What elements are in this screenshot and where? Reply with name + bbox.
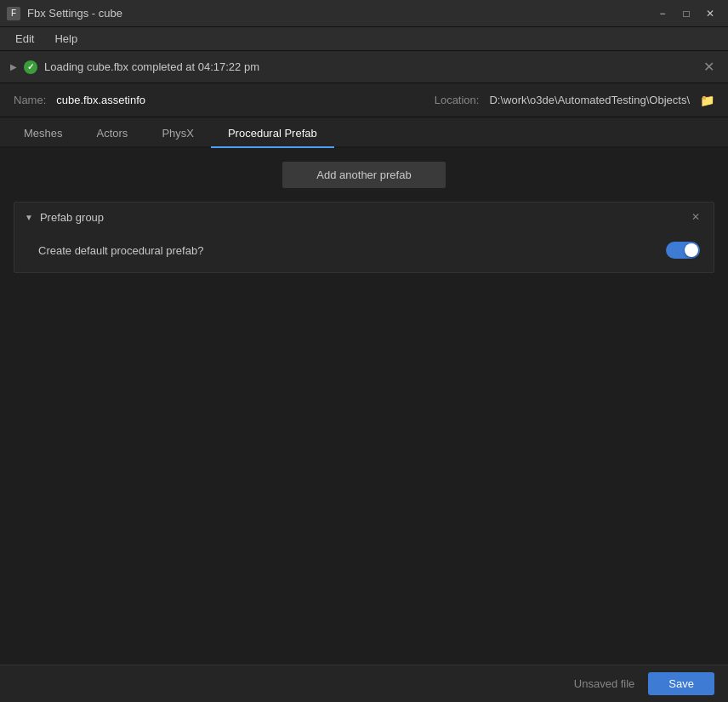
success-icon: ✓	[24, 60, 37, 74]
prefab-group-close-button[interactable]: ✕	[688, 209, 703, 225]
prefab-group: ▼ Prefab group ✕ Create default procedur…	[14, 202, 714, 273]
menu-bar: Edit Help	[0, 27, 728, 51]
notification-bar: ▶ ✓ Loading cube.fbx completed at 04:17:…	[0, 51, 728, 83]
menu-item-help[interactable]: Help	[46, 29, 86, 49]
notification-left: ▶ ✓ Loading cube.fbx completed at 04:17:…	[10, 60, 259, 74]
location-label: Location:	[435, 94, 480, 106]
tab-physx[interactable]: PhysX	[145, 120, 211, 148]
title-bar: F Fbx Settings - cube − □ ✕	[0, 0, 728, 27]
notification-close-button[interactable]: ✕	[700, 59, 718, 75]
prefab-setting-row: Create default procedural prefab?	[38, 238, 700, 262]
prefab-group-left: ▼ Prefab group	[25, 211, 104, 224]
tab-procedural-prefab[interactable]: Procedural Prefab	[211, 120, 334, 148]
add-prefab-button[interactable]: Add another prefab	[282, 162, 445, 188]
prefab-group-body: Create default procedural prefab?	[14, 231, 714, 272]
menu-item-edit[interactable]: Edit	[7, 29, 43, 49]
bottom-bar: Unsaved file Save	[0, 665, 728, 702]
create-default-toggle[interactable]	[666, 242, 700, 259]
file-info-bar: Name: cube.fbx.assetinfo Location: D:\wo…	[0, 83, 728, 117]
main-content: Add another prefab ▼ Prefab group ✕ Crea…	[0, 148, 728, 294]
create-default-label: Create default procedural prefab?	[38, 244, 203, 257]
tab-bar: Meshes Actors PhysX Procedural Prefab	[0, 117, 728, 148]
maximize-button[interactable]: □	[675, 4, 697, 23]
file-name-value: cube.fbx.assetinfo	[56, 94, 145, 106]
window-title: Fbx Settings - cube	[27, 7, 122, 20]
notification-message: Loading cube.fbx completed at 04:17:22 p…	[44, 60, 259, 73]
unsaved-file-text: Unsaved file	[574, 677, 635, 690]
expand-arrow-icon[interactable]: ▶	[10, 62, 17, 71]
window-controls: − □ ✕	[651, 4, 721, 23]
name-label: Name:	[14, 94, 46, 106]
collapse-arrow-icon: ▼	[25, 213, 33, 222]
location-value: D:\work\o3de\AutomatedTesting\Objects\	[489, 94, 690, 106]
minimize-button[interactable]: −	[651, 4, 674, 23]
prefab-group-header[interactable]: ▼ Prefab group ✕	[14, 203, 714, 231]
tab-actors[interactable]: Actors	[80, 120, 145, 148]
folder-icon[interactable]: 📁	[700, 94, 714, 107]
prefab-group-title: Prefab group	[40, 211, 104, 224]
app-icon: F	[7, 7, 20, 20]
tab-meshes[interactable]: Meshes	[7, 120, 80, 148]
close-button[interactable]: ✕	[699, 4, 721, 23]
save-button[interactable]: Save	[648, 672, 714, 695]
toggle-thumb	[685, 243, 698, 257]
